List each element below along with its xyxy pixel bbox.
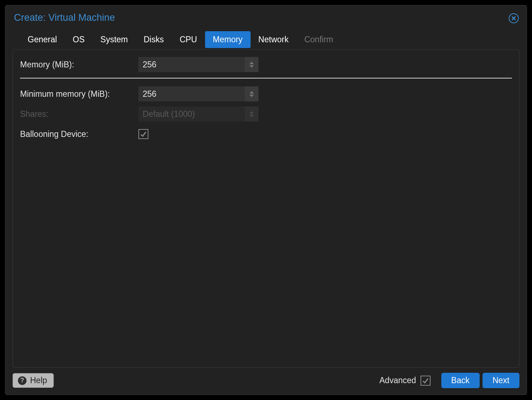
advanced-toggle[interactable]: Advanced	[379, 376, 430, 386]
memory-row: Memory (MiB): 256	[20, 56, 512, 73]
next-button[interactable]: Next	[483, 373, 519, 388]
help-icon: ?	[18, 376, 27, 385]
shares-row: Shares: Default (1000)	[20, 106, 512, 122]
memory-panel: Memory (MiB): 256 Minimum memory (MiB): …	[13, 49, 519, 368]
chevron-up-icon	[250, 62, 254, 64]
chevron-down-icon	[250, 65, 254, 68]
advanced-label: Advanced	[379, 376, 416, 385]
shares-input: Default (1000)	[138, 106, 258, 122]
tab-disks[interactable]: Disks	[136, 31, 172, 48]
min-memory-label: Minimum memory (MiB):	[20, 89, 138, 99]
chevron-down-icon	[250, 95, 254, 97]
min-memory-value: 256	[143, 89, 156, 99]
create-vm-dialog: Create: Virtual Machine General OS Syste…	[5, 5, 527, 395]
min-memory-stepper[interactable]	[245, 86, 258, 101]
advanced-checkbox[interactable]	[421, 376, 431, 386]
chevron-up-icon	[250, 111, 254, 114]
close-button[interactable]	[509, 13, 519, 23]
tab-confirm: Confirm	[296, 31, 341, 48]
dialog-header: Create: Virtual Machine	[5, 5, 527, 27]
check-icon	[140, 130, 147, 138]
wizard-tabs: General OS System Disks CPU Memory Netwo…	[5, 27, 527, 48]
memory-value: 256	[143, 60, 156, 70]
min-memory-input[interactable]: 256	[138, 86, 258, 101]
shares-label: Shares:	[20, 109, 138, 119]
memory-input[interactable]: 256	[138, 57, 258, 72]
divider	[20, 78, 512, 78]
help-button[interactable]: ? Help	[13, 373, 54, 388]
memory-label: Memory (MiB):	[20, 60, 138, 70]
tab-cpu[interactable]: CPU	[172, 31, 205, 48]
ballooning-label: Ballooning Device:	[20, 129, 138, 139]
dialog-title: Create: Virtual Machine	[14, 12, 115, 23]
dialog-footer: ? Help Advanced Back Next	[5, 368, 527, 395]
tab-system[interactable]: System	[92, 31, 136, 48]
help-label: Help	[30, 376, 47, 385]
chevron-down-icon	[250, 115, 254, 117]
shares-stepper	[245, 106, 258, 122]
tab-network[interactable]: Network	[251, 31, 296, 48]
min-memory-row: Minimum memory (MiB): 256	[20, 86, 512, 102]
ballooning-row: Ballooning Device:	[20, 126, 512, 142]
check-icon	[422, 377, 429, 384]
back-button[interactable]: Back	[441, 373, 480, 388]
ballooning-checkbox[interactable]	[138, 129, 148, 139]
chevron-up-icon	[250, 91, 254, 94]
close-icon	[511, 16, 516, 21]
tab-general[interactable]: General	[20, 31, 65, 48]
shares-value: Default (1000)	[143, 109, 195, 119]
memory-stepper[interactable]	[245, 57, 258, 72]
tab-os[interactable]: OS	[65, 31, 92, 48]
tab-memory[interactable]: Memory	[205, 31, 251, 48]
